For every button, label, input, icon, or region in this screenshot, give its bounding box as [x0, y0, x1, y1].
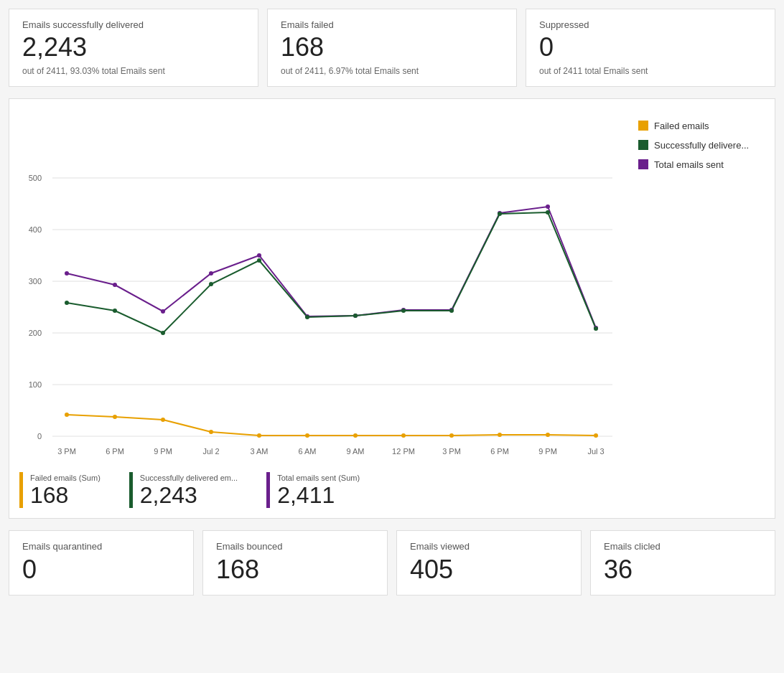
- svg-point-34: [546, 204, 550, 209]
- svg-point-48: [65, 413, 69, 417]
- summary-value-delivered: 2,243: [140, 484, 238, 507]
- kpi-value-quarantined: 0: [22, 555, 180, 585]
- svg-point-27: [209, 271, 213, 276]
- svg-text:300: 300: [29, 277, 42, 286]
- summary-delivered: Successfully delivered em... 2,243: [129, 472, 238, 508]
- summary-failed: Failed emails (Sum) 168: [19, 472, 101, 508]
- kpi-card-viewed: Emails viewed 405: [396, 530, 582, 596]
- svg-point-38: [161, 331, 165, 335]
- svg-text:3 PM: 3 PM: [442, 447, 461, 456]
- kpi-value-clicked: 36: [604, 555, 762, 585]
- legend-label-total: Total emails sent: [654, 159, 724, 170]
- kpi-subtitle-delivered: out of 2411, 93.03% total Emails sent: [22, 66, 245, 76]
- svg-point-53: [305, 433, 309, 438]
- legend-failed: Failed emails: [638, 121, 767, 131]
- kpi-card-suppressed: Suppressed 0 out of 2411 total Emails se…: [526, 9, 775, 87]
- svg-point-47: [594, 326, 598, 331]
- line-chart: .grid-line { stroke: #e0e0e0; stroke-wid…: [9, 106, 627, 465]
- legend-color-failed: [638, 121, 648, 131]
- svg-point-40: [257, 258, 261, 263]
- svg-point-50: [161, 418, 165, 422]
- kpi-subtitle-suppressed: out of 2411 total Emails sent: [539, 66, 762, 76]
- svg-text:9 PM: 9 PM: [538, 447, 557, 456]
- kpi-card-clicked: Emails clicled 36: [590, 530, 775, 596]
- svg-point-36: [65, 301, 69, 305]
- summary-total: Total emails sent (Sum) 2,411: [266, 472, 360, 508]
- svg-text:Jul 3: Jul 3: [587, 447, 604, 456]
- summary-text-delivered: Successfully delivered em... 2,243: [140, 474, 238, 507]
- summary-label-total: Total emails sent (Sum): [277, 474, 360, 482]
- svg-point-39: [209, 282, 213, 286]
- dashboard-page: Emails successfully delivered 2,243 out …: [0, 0, 784, 604]
- svg-point-56: [449, 433, 454, 438]
- svg-text:0: 0: [37, 432, 42, 441]
- svg-text:500: 500: [29, 174, 42, 182]
- summary-text-failed: Failed emails (Sum) 168: [30, 474, 101, 507]
- svg-point-51: [209, 430, 213, 434]
- svg-point-46: [546, 210, 550, 215]
- chart-area: .grid-line { stroke: #e0e0e0; stroke-wid…: [9, 106, 631, 465]
- kpi-value-failed: 168: [281, 33, 503, 62]
- svg-point-49: [113, 415, 117, 419]
- summary-text-total: Total emails sent (Sum) 2,411: [277, 474, 360, 507]
- summary-bar-total: [266, 472, 270, 508]
- kpi-value-bounced: 168: [216, 555, 374, 585]
- svg-text:3 PM: 3 PM: [57, 447, 76, 456]
- kpi-title-quarantined: Emails quarantined: [22, 541, 180, 552]
- kpi-value-delivered: 2,243: [22, 33, 245, 62]
- svg-point-57: [498, 433, 502, 437]
- svg-text:400: 400: [29, 225, 42, 234]
- svg-text:200: 200: [29, 329, 42, 337]
- summary-value-failed: 168: [30, 484, 101, 507]
- svg-text:3 AM: 3 AM: [250, 447, 268, 456]
- svg-text:9 AM: 9 AM: [346, 447, 364, 456]
- svg-text:Jul 2: Jul 2: [202, 447, 219, 456]
- svg-text:100: 100: [29, 380, 42, 389]
- svg-point-28: [257, 253, 261, 258]
- legend-total: Total emails sent: [638, 159, 767, 170]
- legend-color-delivered: [638, 140, 648, 150]
- kpi-title-clicked: Emails clicled: [604, 541, 762, 552]
- legend-color-total: [638, 159, 648, 169]
- delivered-line: [67, 212, 596, 333]
- kpi-card-bounced: Emails bounced 168: [202, 530, 388, 596]
- kpi-title-viewed: Emails viewed: [410, 541, 568, 552]
- svg-point-52: [257, 433, 261, 438]
- kpi-title-suppressed: Suppressed: [539, 19, 762, 30]
- summary-label-failed: Failed emails (Sum): [30, 474, 101, 482]
- summary-label-delivered: Successfully delivered em...: [140, 474, 238, 482]
- kpi-subtitle-failed: out of 2411, 6.97% total Emails sent: [281, 66, 503, 76]
- svg-text:6 AM: 6 AM: [298, 447, 316, 456]
- svg-point-54: [353, 433, 358, 438]
- svg-point-25: [113, 283, 117, 287]
- kpi-title-bounced: Emails bounced: [216, 541, 374, 552]
- kpi-card-delivered: Emails successfully delivered 2,243 out …: [9, 9, 258, 87]
- kpi-value-suppressed: 0: [539, 33, 762, 62]
- summary-bar-delivered: [129, 472, 133, 508]
- chart-summary: Failed emails (Sum) 168 Successfully del…: [9, 465, 775, 518]
- kpi-title-delivered: Emails successfully delivered: [22, 19, 245, 30]
- kpi-title-failed: Emails failed: [281, 19, 503, 30]
- svg-point-41: [305, 315, 309, 319]
- legend-label-delivered: Successfully delivere...: [654, 140, 749, 151]
- summary-value-total: 2,411: [277, 484, 360, 507]
- svg-point-55: [401, 433, 406, 438]
- svg-text:6 PM: 6 PM: [106, 447, 124, 456]
- kpi-row-top: Emails successfully delivered 2,243 out …: [9, 9, 775, 87]
- chart-container: .grid-line { stroke: #e0e0e0; stroke-wid…: [9, 106, 775, 465]
- svg-point-26: [161, 309, 165, 314]
- chart-section: .grid-line { stroke: #e0e0e0; stroke-wid…: [9, 98, 775, 519]
- summary-bar-failed: [19, 472, 23, 508]
- svg-text:6 PM: 6 PM: [490, 447, 509, 456]
- kpi-card-quarantined: Emails quarantined 0: [9, 530, 194, 596]
- svg-point-37: [113, 309, 117, 313]
- svg-text:9 PM: 9 PM: [154, 447, 172, 456]
- svg-point-43: [401, 309, 406, 313]
- svg-point-42: [353, 314, 358, 318]
- legend-label-failed: Failed emails: [654, 121, 709, 131]
- total-emails-line: [67, 207, 596, 328]
- kpi-row-bottom: Emails quarantined 0 Emails bounced 168 …: [9, 530, 775, 596]
- svg-text:12 PM: 12 PM: [392, 447, 415, 456]
- svg-point-59: [594, 433, 598, 438]
- kpi-value-viewed: 405: [410, 555, 568, 585]
